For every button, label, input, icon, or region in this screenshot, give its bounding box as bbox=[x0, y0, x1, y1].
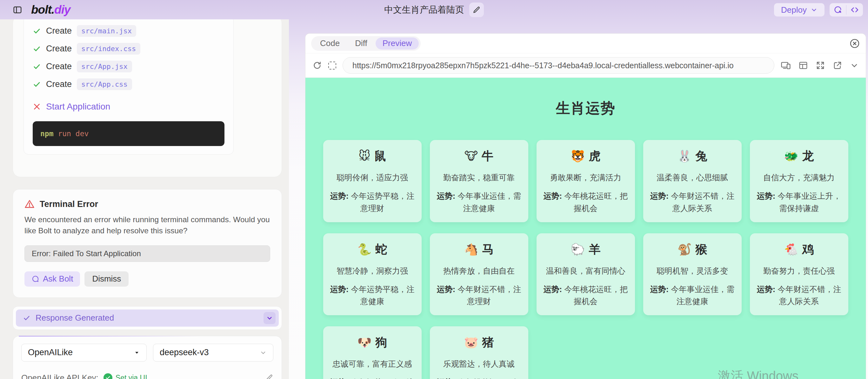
zodiac-animal-name: 狗 bbox=[375, 335, 387, 350]
responsive-devices-icon[interactable] bbox=[781, 60, 791, 70]
open-external-icon[interactable] bbox=[833, 61, 842, 70]
device-frame-icon[interactable] bbox=[328, 62, 336, 69]
zodiac-card-title: 🐴 马 bbox=[435, 242, 523, 257]
zodiac-animal-emoji-icon: 🐒 bbox=[678, 243, 692, 256]
zodiac-card-title: 🐑 羊 bbox=[541, 242, 630, 257]
error-detail-field: Error: Failed To Start Application bbox=[25, 245, 270, 262]
url-bar-actions bbox=[781, 60, 859, 70]
rename-title-button[interactable] bbox=[469, 3, 484, 17]
ask-bolt-button[interactable]: Ask Bolt bbox=[25, 272, 80, 287]
zodiac-trait-text: 勤奋努力，责任心强 bbox=[755, 266, 843, 276]
expand-response-button[interactable] bbox=[264, 312, 276, 324]
zodiac-fortune-text: 运势:今年桃花运旺，把握机会 bbox=[435, 376, 523, 379]
file-path-chip[interactable]: src/main.jsx bbox=[77, 25, 136, 37]
zodiac-card-title: 🐯 虎 bbox=[541, 148, 630, 164]
check-icon bbox=[23, 314, 30, 322]
file-path-chip[interactable]: src/index.css bbox=[77, 43, 140, 55]
zodiac-trait-text: 自信大方，充满魅力 bbox=[755, 172, 843, 183]
fullscreen-expand-icon[interactable] bbox=[816, 61, 825, 70]
zodiac-trait-text: 勇敢果断，充满活力 bbox=[541, 172, 630, 183]
check-icon bbox=[33, 80, 41, 89]
zodiac-fortune-text: 运势:今年运势平稳，注意理财 bbox=[328, 190, 416, 215]
terminal-command: npm bbox=[40, 129, 54, 138]
chevron-down-icon[interactable] bbox=[850, 61, 859, 70]
action-verb: Create bbox=[46, 80, 72, 89]
zodiac-card-title: 🐭 鼠 bbox=[328, 148, 416, 164]
reload-icon[interactable] bbox=[312, 61, 322, 70]
tab-diff[interactable]: Diff bbox=[348, 37, 374, 50]
x-icon bbox=[33, 102, 41, 111]
warning-triangle-icon bbox=[25, 199, 35, 209]
zodiac-page-title: 生肖运势 bbox=[305, 99, 866, 118]
zodiac-trait-text: 聪明伶俐，适应力强 bbox=[328, 172, 416, 183]
terminal-args: run dev bbox=[54, 129, 89, 138]
start-application-row: Start Application bbox=[33, 102, 224, 112]
zodiac-animal-name: 马 bbox=[482, 242, 494, 257]
zodiac-card: 🐒 猴 聪明机智，灵活多变 运势:今年事业运佳，需注意健康 bbox=[643, 233, 742, 316]
zodiac-card: 🐷 猪 乐观豁达，待人真诚 运势:今年桃花运旺，把握机会 bbox=[430, 326, 528, 379]
action-verb: Create bbox=[46, 62, 72, 71]
file-action-row: Create src/App.css bbox=[33, 78, 224, 90]
dismiss-button[interactable]: Dismiss bbox=[85, 272, 129, 287]
response-status-bar[interactable]: Response Generated bbox=[16, 310, 279, 327]
file-path-chip[interactable]: src/App.jsx bbox=[77, 61, 132, 72]
artifact-actions-card: Create src/main.jsx Create src/index.css bbox=[24, 19, 234, 155]
zodiac-card: 🐮 牛 勤奋踏实，稳重可靠 运势:今年事业运佳，需注意健康 bbox=[430, 140, 528, 222]
zodiac-fortune-text: 运势:今年事业运佳，需注意健康 bbox=[648, 283, 737, 308]
start-application-label[interactable]: Start Application bbox=[46, 102, 110, 112]
zodiac-fortune-text: 运势:今年财运不错，注意人际关系 bbox=[755, 283, 843, 308]
model-select[interactable]: deepseek-v3 bbox=[153, 344, 273, 361]
zodiac-animal-name: 龙 bbox=[802, 148, 814, 164]
edit-api-key-button[interactable] bbox=[265, 374, 273, 379]
check-icon bbox=[33, 63, 41, 71]
zodiac-card: 🐭 鼠 聪明伶俐，适应力强 运势:今年运势平稳，注意理财 bbox=[323, 140, 422, 222]
preview-url-input[interactable] bbox=[343, 57, 774, 74]
topbar-right: Deploy bbox=[774, 3, 863, 17]
zodiac-animal-name: 蛇 bbox=[375, 242, 387, 257]
provider-select[interactable]: OpenAILike bbox=[21, 344, 147, 361]
deploy-button[interactable]: Deploy bbox=[774, 3, 825, 17]
tab-preview[interactable]: Preview bbox=[376, 37, 419, 50]
zodiac-trait-text: 温柔善良，心思细腻 bbox=[648, 172, 737, 183]
select-arrow-icon bbox=[134, 349, 140, 356]
zodiac-fortune-text: 运势:今年运势平稳，注意健康 bbox=[328, 283, 416, 308]
tab-code[interactable]: Code bbox=[313, 37, 347, 50]
terminal-error-card: Terminal Error We encountered an error w… bbox=[13, 189, 282, 298]
project-title: 中文生肖产品着陆页 bbox=[384, 4, 464, 16]
file-action-row: Create src/main.jsx bbox=[33, 25, 224, 37]
chat-toggle-button[interactable] bbox=[830, 3, 846, 17]
sidebar-toggle-icon[interactable] bbox=[11, 3, 24, 17]
bolt-diy-logo[interactable]: bolt.diy bbox=[31, 3, 70, 17]
zodiac-fortune-text: 运势:今年财运不错，注意人际关系 bbox=[648, 190, 737, 215]
code-view-button[interactable] bbox=[846, 3, 863, 17]
preview-viewport: 生肖运势 🐭 鼠 聪明伶俐，适应力强 运势:今年运势平稳，注意理财 🐮 牛 bbox=[305, 78, 866, 379]
zodiac-animal-emoji-icon: 🐶 bbox=[358, 336, 372, 349]
topbar-center: 中文生肖产品着陆页 bbox=[384, 0, 484, 19]
error-message: We encountered an error while running te… bbox=[25, 214, 270, 236]
zodiac-fortune-text: 运势:今年财运不错，注意理财 bbox=[435, 283, 523, 308]
zodiac-animal-name: 牛 bbox=[482, 148, 493, 164]
close-workbench-button[interactable] bbox=[849, 37, 861, 50]
zodiac-card: 🐔 鸡 勤奋努力，责任心强 运势:今年财运不错，注意人际关系 bbox=[750, 233, 848, 316]
zodiac-animal-emoji-icon: 🐔 bbox=[784, 243, 799, 256]
zodiac-card-title: 🐮 牛 bbox=[435, 148, 523, 164]
chevron-down-icon bbox=[260, 349, 267, 356]
file-path-chip[interactable]: src/App.css bbox=[77, 78, 132, 90]
api-key-label: OpenAILike API Key: bbox=[21, 373, 98, 379]
chevron-down-icon bbox=[266, 315, 273, 321]
action-verb: Create bbox=[46, 26, 72, 36]
zodiac-card-title: 🐷 猪 bbox=[435, 335, 523, 350]
zodiac-animal-name: 羊 bbox=[589, 242, 600, 257]
zodiac-animal-name: 鼠 bbox=[374, 148, 386, 164]
zodiac-animal-emoji-icon: 🐭 bbox=[359, 150, 371, 163]
terminal-command-block: npm run dev bbox=[33, 121, 224, 146]
chevron-down-icon bbox=[810, 6, 817, 13]
zodiac-trait-text: 忠诚可靠，富有正义感 bbox=[328, 359, 416, 369]
preview-url-bar bbox=[305, 53, 866, 78]
layout-panels-icon[interactable] bbox=[799, 61, 808, 70]
zodiac-animal-name: 猪 bbox=[482, 335, 494, 350]
api-key-status: Set via UI bbox=[103, 373, 147, 379]
prompt-card: OpenAILike deepseek-v3 OpenAILike API Ke… bbox=[13, 336, 282, 379]
top-bar: bolt.diy 中文生肖产品着陆页 Deploy bbox=[0, 0, 868, 19]
code-icon bbox=[850, 5, 859, 14]
